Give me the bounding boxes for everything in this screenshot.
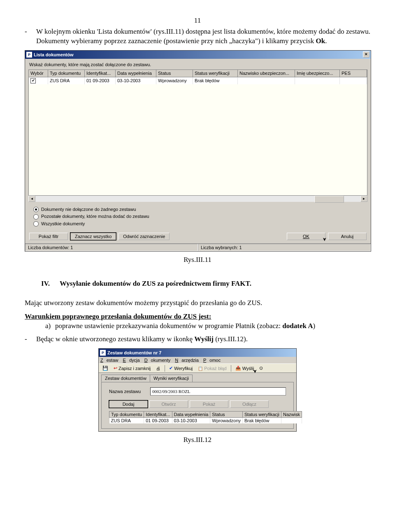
titlebar-2: P Zestaw dokumentów nr 7 (99, 349, 296, 357)
horizontal-scrollbar[interactable]: ◄ ► (28, 196, 367, 202)
tabs: Zestaw dokumentów Wyniki weryfikacji (99, 373, 296, 382)
app-icon: P (26, 52, 32, 58)
menu-dokumenty[interactable]: Dokumenty (144, 358, 171, 363)
label-nazwa: Nazwa zestawu (109, 389, 150, 394)
check-icon (169, 365, 173, 371)
paragraph-3: - Będąc w oknie utworzonego zestawu klik… (25, 335, 370, 344)
status-bar: Liczba dokumentów: 1 Liczba wybranych: 1 (25, 243, 371, 251)
status-selected-count: Liczba wybranych: 1 (198, 244, 371, 251)
lista-dokumentow-dialog: P Lista dokumentów ✕ Wskaż dokumenty, kt… (25, 50, 371, 252)
save-icon-button[interactable] (100, 365, 110, 372)
send-button[interactable]: Wyślij (233, 365, 256, 372)
invert-selection-button[interactable]: Odwróć zaznaczenie (118, 233, 170, 240)
toolbar-end-button[interactable]: ⊙ (257, 365, 265, 372)
menu-zestaw[interactable]: Zestaw (100, 358, 118, 363)
print-button[interactable] (154, 365, 163, 372)
pokaz-button: Pokaż (190, 400, 228, 408)
dialog-title: Lista dokumentów (34, 52, 74, 57)
condition-block: Warunkiem poprawnego przesłania dokument… (25, 312, 370, 331)
table-header-row: Wybór Typ dokumentu Identyfikat... Data … (29, 70, 367, 77)
odlacz-button: Odłącz (230, 400, 269, 408)
doc-icon (198, 366, 203, 371)
page-number: 11 (25, 16, 370, 25)
condition-heading: Warunkiem poprawnego przesłania dokument… (25, 312, 211, 320)
zestaw-table: Typ dokumentu Identyfikat... Data wypełn… (109, 411, 302, 423)
paragraph-1: - W kolejnym okienku 'Lista dokumentów' … (25, 27, 370, 46)
app-icon: P (100, 350, 106, 356)
figure-caption-2: Rys.III.12 (25, 436, 370, 444)
select-all-button[interactable]: Zaznacz wszystko (70, 233, 116, 240)
zestaw-dokumentow-dialog: P Zestaw dokumentów nr 7 Zestaw Edycja D… (98, 348, 297, 432)
close-icon[interactable]: ✕ (363, 51, 369, 58)
otworz-button: Otwórz (149, 400, 188, 408)
figure-caption-1: Rys.III.11 (25, 256, 370, 264)
para1-ok: Ok (316, 37, 325, 45)
arrow-icon (114, 365, 117, 371)
filter-radios: Dokumenty nie dołączone do żadnego zesta… (25, 204, 371, 231)
verify-button[interactable]: Weryfikuj (167, 365, 195, 372)
titlebar: P Lista dokumentów ✕ (25, 51, 371, 59)
row-checkbox[interactable]: ✔ (30, 78, 36, 83)
toolbar: Zapisz i zamknij Weryfikuj Pokaż błąd Wy… (99, 363, 296, 373)
document-table: Wybór Typ dokumentu Identyfikat... Data … (28, 69, 367, 196)
menu-bar[interactable]: Zestaw Edycja Dokumenty Narzędzia Pomoc (99, 357, 296, 363)
disk-icon (102, 365, 108, 371)
table-row[interactable]: ✔ ZUS DRA 01 09-2003 03-10-2003 Wprowadz… (29, 77, 367, 84)
menu-edycja[interactable]: Edycja (123, 358, 140, 363)
paragraph-2: Mając utworzony zestaw dokumentów możemy… (25, 298, 370, 308)
show-error-button: Pokaż błąd (196, 365, 228, 372)
cancel-button[interactable]: Anuluj (328, 233, 367, 240)
radio-other[interactable] (33, 214, 39, 220)
menu-narzedzia[interactable]: Narzędzia (175, 358, 199, 363)
scroll-left-icon[interactable]: ◄ (28, 196, 35, 202)
menu-pomoc[interactable]: Pomoc (203, 358, 221, 363)
print-icon (156, 366, 160, 371)
radio-all[interactable] (33, 221, 39, 227)
section-heading: IV. Wysyłanie dokumentów do ZUS za pośre… (25, 280, 370, 288)
dialog2-title: Zestaw dokumentów nr 7 (107, 350, 161, 355)
list-body (29, 84, 367, 195)
ok-button[interactable]: OK (287, 233, 325, 240)
status-doc-count: Liczba dokumentów: 1 (25, 244, 198, 251)
show-filter-button[interactable]: Pokaż filtr (29, 233, 68, 240)
radio-not-attached[interactable] (33, 207, 39, 212)
tab-zestaw[interactable]: Zestaw dokumentów (101, 375, 150, 382)
send-icon (235, 365, 241, 371)
tab-panel: Nazwa zestawu Dodaj Otwórz Pokaż Odłącz … (101, 382, 294, 429)
scroll-thumb[interactable] (314, 196, 344, 203)
dodaj-button[interactable]: Dodaj (109, 400, 148, 408)
tab-wyniki[interactable]: Wyniki weryfikacji (150, 375, 193, 382)
save-close-button[interactable]: Zapisz i zamknij (112, 365, 153, 372)
table-row[interactable]: ZUS DRA 01 09-2003 03-10-2003 Wprowadzon… (109, 418, 302, 424)
scroll-right-icon[interactable]: ► (360, 196, 367, 202)
nazwa-zestawu-input[interactable] (150, 387, 286, 396)
instruction-text: Wskaż dokumenty, które mają zostać dołąc… (25, 59, 371, 69)
